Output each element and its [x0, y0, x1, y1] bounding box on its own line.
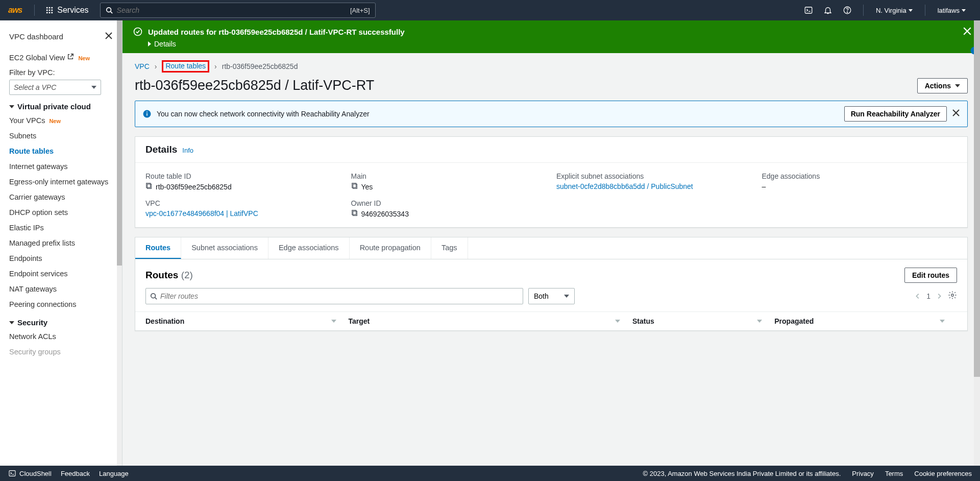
flash-close-button[interactable] — [963, 27, 972, 38]
vpc-filter-select[interactable]: Select a VPC — [9, 80, 101, 95]
sidebar-item-route-tables[interactable]: Route tables — [9, 143, 113, 159]
copy-icon[interactable] — [351, 182, 358, 191]
next-page-button[interactable] — [936, 293, 943, 300]
routes-count: (2) — [181, 270, 193, 280]
sidebar-item-endpoints[interactable]: Endpoints — [9, 251, 113, 266]
sidebar-item-internet-gateways[interactable]: Internet gateways — [9, 159, 113, 174]
sidebar-group-security[interactable]: Security — [9, 318, 113, 327]
services-label: Services — [57, 6, 88, 15]
routes-filter[interactable] — [145, 288, 523, 304]
footer-privacy[interactable]: Privacy — [852, 470, 874, 477]
sidebar-scroll-thumb[interactable] — [117, 20, 122, 266]
sidebar-item-dhcp-option-sets[interactable]: DHCP option sets — [9, 205, 113, 220]
caret-down-icon — [9, 105, 14, 108]
caret-down-icon — [909, 9, 913, 12]
sidebar-item-egress-only-igw[interactable]: Egress-only internet gateways — [9, 174, 113, 189]
caret-down-icon — [564, 295, 569, 298]
details-info-link[interactable]: Info — [182, 147, 193, 154]
cloudshell-icon-button[interactable] — [799, 2, 818, 18]
region-selector[interactable]: N. Virginia — [870, 7, 919, 14]
vpc-filter-placeholder: Select a VPC — [14, 83, 56, 91]
sidebar-item-carrier-gateways[interactable]: Carrier gateways — [9, 189, 113, 205]
flash-details-toggle[interactable]: Details — [148, 40, 970, 48]
main-content: Updated routes for rtb-036f59ee25cb6825d… — [122, 20, 980, 466]
sidebar-vpc-dashboard[interactable]: VPC dashboard — [9, 29, 63, 44]
item-label: Your VPCs — [9, 116, 45, 125]
sidebar-item-endpoint-services[interactable]: Endpoint services — [9, 266, 113, 281]
footer-cloudshell[interactable]: CloudShell — [8, 469, 52, 477]
notifications-button[interactable] — [818, 2, 838, 18]
tab-subnet-associations[interactable]: Subnet associations — [181, 237, 268, 259]
prev-page-button[interactable] — [914, 293, 921, 300]
sidebar-item-your-vpcs[interactable]: Your VPCs New — [9, 113, 113, 128]
edit-routes-button[interactable]: Edit routes — [904, 268, 957, 283]
services-menu-button[interactable]: Services — [41, 2, 93, 18]
svg-rect-4 — [49, 10, 51, 11]
copy-icon[interactable] — [351, 209, 358, 218]
footer-cookies[interactable]: Cookie preferences — [914, 470, 972, 477]
routes-header: Routes (2) Edit routes — [135, 259, 967, 288]
table-settings-button[interactable] — [948, 291, 957, 302]
tab-edge-associations[interactable]: Edge associations — [268, 237, 350, 259]
sidebar-item-nat-gateways[interactable]: NAT gateways — [9, 281, 113, 297]
detail-main: Main Yes — [351, 172, 547, 191]
detail-label: Edge associations — [762, 172, 958, 180]
account-menu[interactable]: latifaws — [932, 7, 972, 14]
sidebar-ec2-global-view[interactable]: EC2 Global View New — [9, 50, 113, 65]
banner-close-button[interactable] — [952, 109, 960, 119]
routes-filter-input[interactable] — [160, 292, 519, 300]
sidebar-item-subnets[interactable]: Subnets — [9, 128, 113, 143]
col-status[interactable]: Status — [632, 317, 774, 325]
footer-terms[interactable]: Terms — [885, 470, 903, 477]
sidebar-item-security-groups[interactable]: Security groups — [9, 344, 113, 359]
col-target[interactable]: Target — [349, 317, 633, 325]
footer-copyright: © 2023, Amazon Web Services India Privat… — [643, 470, 841, 477]
footer-language[interactable]: Language — [99, 470, 129, 477]
sidebar-group-vpc[interactable]: Virtual private cloud — [9, 102, 113, 111]
breadcrumb-route-tables[interactable]: Route tables — [162, 60, 209, 73]
svg-rect-2 — [52, 7, 53, 9]
breadcrumb-vpc[interactable]: VPC — [135, 62, 150, 70]
group-label: Virtual private cloud — [17, 102, 91, 111]
sidebar-item-managed-prefix-lists[interactable]: Managed prefix lists — [9, 235, 113, 251]
caret-down-icon — [955, 84, 960, 87]
sidebar-item-elastic-ips[interactable]: Elastic IPs — [9, 220, 113, 235]
flash-message: Updated routes for rtb-036f59ee25cb6825d… — [148, 28, 405, 36]
pagination: 1 — [914, 291, 957, 302]
bell-icon — [823, 6, 832, 15]
sidebar-close-button[interactable] — [105, 32, 113, 42]
copy-icon[interactable] — [145, 182, 153, 191]
search-input[interactable] — [117, 6, 350, 14]
routes-title: Routes — [145, 270, 178, 280]
sidebar-item-peering-connections[interactable]: Peering connections — [9, 297, 113, 312]
svg-rect-0 — [46, 7, 48, 9]
search-icon — [150, 293, 157, 300]
actions-dropdown-button[interactable]: Actions — [917, 78, 968, 93]
grid-icon — [46, 7, 53, 14]
tab-route-propagation[interactable]: Route propagation — [350, 237, 431, 259]
tab-routes[interactable]: Routes — [135, 237, 181, 259]
main-scroll-thumb[interactable] — [974, 20, 980, 377]
shell: VPC dashboard EC2 Global View New Filter… — [0, 20, 980, 466]
routes-state-selector[interactable]: Both — [528, 288, 575, 304]
page-header: rtb-036f59ee25cb6825d / Latif-VPC-RT Act… — [135, 78, 968, 93]
detail-value: Yes — [361, 183, 373, 191]
footer-feedback[interactable]: Feedback — [61, 470, 90, 477]
col-destination[interactable]: Destination — [145, 317, 349, 325]
col-propagated[interactable]: Propagated — [774, 317, 957, 325]
sidebar-item-network-acls[interactable]: Network ACLs — [9, 329, 113, 344]
aws-logo[interactable]: aws — [8, 6, 22, 15]
help-button[interactable] — [838, 2, 857, 18]
details-panel: Details Info Route table ID rtb-036f59ee… — [135, 136, 968, 228]
caret-down-icon — [9, 321, 14, 324]
vpc-link[interactable]: vpc-0c1677e4849668f04 | LatifVPC — [145, 209, 258, 218]
run-reachability-analyzer-button[interactable]: Run Reachability Analyzer — [844, 106, 947, 122]
filter-by-vpc-label: Filter by VPC: — [9, 68, 113, 77]
breadcrumb: VPC › Route tables › rtb-036f59ee25cb682… — [135, 60, 968, 73]
tab-tags[interactable]: Tags — [431, 237, 468, 259]
global-search[interactable]: [Alt+S] — [100, 3, 376, 18]
svg-rect-6 — [46, 12, 48, 14]
subnet-link[interactable]: subnet-0cfe2d8b8cbb6a5dd / PublicSubnet — [556, 182, 693, 190]
svg-rect-8 — [52, 12, 53, 14]
detail-vpc: VPC vpc-0c1677e4849668f04 | LatifVPC — [145, 199, 341, 218]
